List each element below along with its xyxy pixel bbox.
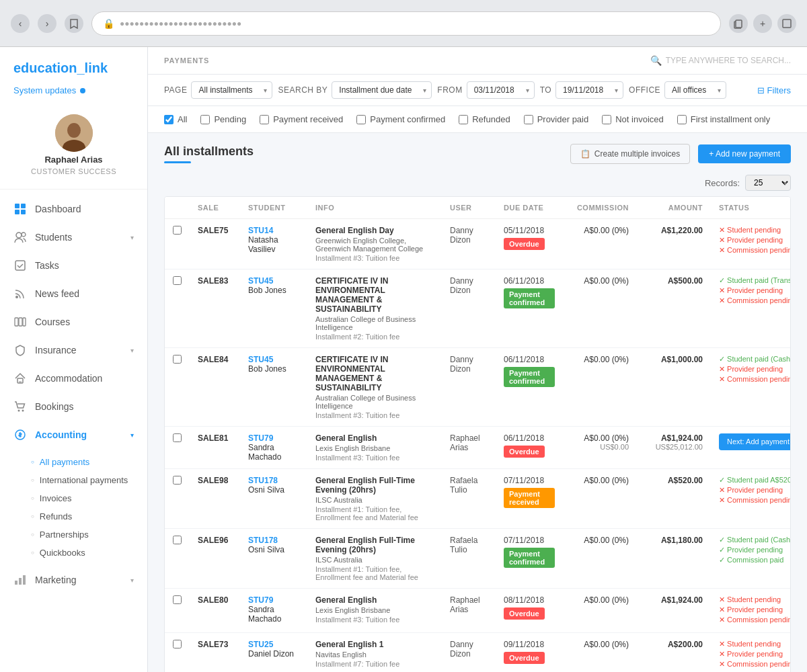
due-status-badge: Overdue — [504, 652, 545, 664]
clipboard-button[interactable] — [729, 14, 748, 33]
next-payment-button[interactable]: Next: Add payment ▾ — [719, 433, 791, 450]
row-checkbox[interactable] — [173, 536, 182, 544]
create-invoice-button[interactable]: 📋 Create multiple invoices — [570, 144, 690, 164]
due-status-badge: Payment confirmed — [504, 288, 555, 308]
filters-button[interactable]: ⊟ Filters — [757, 85, 791, 95]
row-checkbox[interactable] — [173, 476, 182, 485]
sidebar-item-marketing[interactable]: Marketing ▾ — [0, 566, 147, 594]
sidebar-item-courses[interactable]: Courses — [0, 308, 147, 336]
office-select[interactable]: All offices — [664, 81, 726, 99]
sidebar-item-partnerships[interactable]: Partnerships — [31, 526, 147, 544]
row-checkbox[interactable] — [173, 226, 182, 235]
sidebar-item-accommodation[interactable]: Accommodation — [0, 364, 147, 392]
svg-rect-23 — [23, 575, 26, 585]
svg-point-9 — [16, 233, 22, 238]
from-label: FROM — [437, 85, 462, 95]
sidebar-item-accounting[interactable]: Accounting ▾ — [0, 421, 147, 449]
checkbox-all[interactable]: All — [164, 114, 187, 124]
sidebar-item-invoices[interactable]: Invoices — [31, 489, 147, 507]
chevron-down-icon: ▾ — [130, 347, 134, 354]
row-checkbox[interactable] — [173, 276, 182, 285]
due-date-cell: 07/11/2018 Payment received — [496, 469, 563, 529]
sidebar-item-all-payments[interactable]: All payments — [31, 453, 147, 471]
row-checkbox[interactable] — [173, 640, 182, 648]
info-title: General English Full-Time Evening (20hrs… — [315, 476, 434, 495]
user-role: CUSTOMER SUCCESS — [31, 167, 116, 175]
info-installment: Installment #3: Tuition fee — [315, 411, 434, 419]
windows-button[interactable] — [777, 14, 796, 33]
checkbox-payment-received[interactable]: Payment received — [260, 114, 343, 124]
add-tab-button[interactable]: + — [753, 14, 772, 33]
svg-rect-21 — [15, 581, 17, 585]
sidebar-item-students[interactable]: Students ▾ — [0, 223, 147, 251]
info-title: General English — [315, 433, 434, 443]
svg-rect-0 — [736, 20, 742, 28]
checkbox-payment-confirmed[interactable]: Payment confirmed — [356, 114, 445, 124]
search-bar[interactable]: 🔍 TYPE ANYWHERE TO SEARCH... — [650, 55, 791, 66]
status-line: ✓ Provider pending — [719, 546, 791, 554]
sidebar-item-dashboard[interactable]: Dashboard — [0, 195, 147, 223]
sidebar-item-international-payments[interactable]: International payments — [31, 471, 147, 489]
info-installment: Installment #3: Tuition fee — [315, 616, 434, 624]
checkbox-refunded[interactable]: Refunded — [459, 114, 510, 124]
status-line: ✓ Student paid (Cash) — [719, 536, 791, 544]
main-content: PAYMENTS 🔍 TYPE ANYWHERE TO SEARCH... PA… — [148, 47, 807, 672]
payments-table-wrapper: SALE STUDENT INFO USER DUE DATE COMMISSI… — [164, 196, 791, 672]
add-payment-button[interactable]: + Add new payment — [698, 144, 791, 163]
to-date-select[interactable]: 19/11/2018 — [555, 81, 623, 99]
sale-cell: SALE96 — [190, 529, 240, 589]
due-date-value: 05/11/2018 — [504, 226, 555, 235]
info-title: General English 1 — [315, 640, 434, 649]
info-title: General English — [315, 595, 434, 605]
col-checkbox — [165, 197, 190, 219]
sale-cell: SALE75 — [190, 219, 240, 269]
checkbox-first-installment[interactable]: First installment only — [677, 114, 770, 124]
checkbox-pending[interactable]: Pending — [200, 114, 246, 124]
user-cell: Rafaela Tulio — [442, 529, 496, 589]
sidebar-item-insurance[interactable]: Insurance ▾ — [0, 336, 147, 364]
back-button[interactable]: ‹ — [11, 14, 30, 33]
amount-value: A$500.00 — [645, 276, 703, 286]
student-id: STU25 — [248, 640, 299, 649]
table-row: SALE84 STU45 Bob Jones CERTIFICATE IV IN… — [165, 348, 791, 427]
info-cell: General English 1 Navitas English Instal… — [307, 633, 442, 673]
sidebar-item-refunds[interactable]: Refunds — [31, 507, 147, 526]
sidebar-item-news-feed[interactable]: News feed — [0, 280, 147, 308]
bookmark-button[interactable] — [65, 14, 83, 33]
user-name: Rafaela Tulio — [450, 476, 488, 495]
row-checkbox[interactable] — [173, 595, 182, 604]
row-checkbox-cell — [165, 427, 190, 469]
checkbox-provider-paid[interactable]: Provider paid — [524, 114, 589, 124]
checkbox-not-invoiced[interactable]: Not invoiced — [602, 114, 664, 124]
due-date-cell: 07/11/2018 Payment confirmed — [496, 529, 563, 589]
page-select[interactable]: All installments — [191, 81, 272, 99]
page-filter-group: PAGE All installments — [164, 81, 272, 99]
from-date-select[interactable]: 03/11/2018 — [467, 81, 535, 99]
forward-button[interactable]: › — [38, 14, 56, 33]
address-bar[interactable]: 🔒 ●●●●●●●●●●●●●●●●●●●●●●●●● — [91, 11, 721, 36]
sale-cell: SALE84 — [190, 348, 240, 427]
svg-rect-5 — [15, 204, 20, 208]
sidebar-item-bookings[interactable]: Bookings — [0, 392, 147, 421]
col-amount: AMOUNT — [637, 197, 711, 219]
status-line: ✓ Student paid A$520.00 — [719, 476, 791, 485]
row-checkbox[interactable] — [173, 433, 182, 442]
table-row: SALE96 STU178 Osni Silva General English… — [165, 529, 791, 589]
due-date-value: 09/11/2018 — [504, 640, 555, 649]
due-date-value: 06/11/2018 — [504, 433, 555, 443]
search-placeholder: TYPE ANYWHERE TO SEARCH... — [666, 56, 791, 65]
system-updates-link[interactable]: System updates — [0, 83, 147, 106]
sidebar-item-tasks[interactable]: Tasks — [0, 251, 147, 280]
search-by-select[interactable]: Installment due date — [332, 81, 432, 99]
info-school: ILSC Australia — [315, 556, 434, 564]
update-dot — [80, 88, 85, 93]
row-checkbox[interactable] — [173, 355, 182, 364]
sale-id: SALE75 — [198, 226, 228, 235]
due-status-badge: Overdue — [504, 446, 545, 458]
records-per-page-select[interactable]: 25 — [745, 175, 791, 191]
sidebar-item-quickbooks[interactable]: Quickbooks — [31, 544, 147, 562]
sale-id: SALE80 — [198, 595, 228, 605]
grid-icon — [13, 202, 27, 216]
sidebar-item-label: Marketing — [35, 575, 76, 585]
search-by-select-wrapper: Installment due date — [332, 81, 432, 99]
